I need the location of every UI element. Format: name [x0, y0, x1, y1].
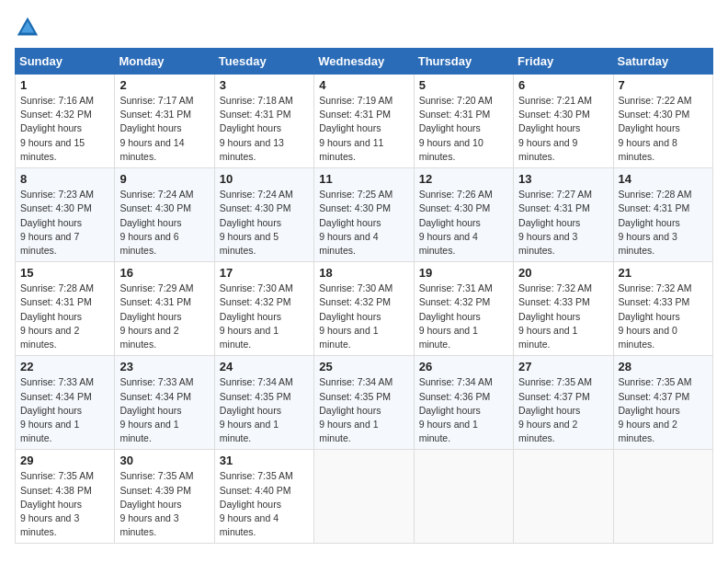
day-info: Sunrise: 7:25 AM Sunset: 4:30 PM Dayligh…	[319, 188, 408, 258]
day-info: Sunrise: 7:18 AM Sunset: 4:31 PM Dayligh…	[220, 94, 309, 164]
calendar-day-cell: 11 Sunrise: 7:25 AM Sunset: 4:30 PM Dayl…	[314, 168, 414, 262]
page-header	[15, 15, 713, 40]
day-number: 9	[119, 172, 209, 186]
day-number: 11	[319, 172, 408, 186]
day-info: Sunrise: 7:27 AM Sunset: 4:31 PM Dayligh…	[518, 188, 608, 258]
calendar-day-cell: 22 Sunrise: 7:33 AM Sunset: 4:34 PM Dayl…	[16, 356, 115, 450]
calendar-day-cell: 24 Sunrise: 7:34 AM Sunset: 4:35 PM Dayl…	[214, 356, 313, 450]
calendar-day-cell: 2 Sunrise: 7:17 AM Sunset: 4:31 PM Dayli…	[115, 75, 214, 168]
day-number: 15	[20, 266, 109, 280]
day-info: Sunrise: 7:32 AM Sunset: 4:33 PM Dayligh…	[619, 282, 708, 351]
day-number: 24	[220, 360, 309, 373]
day-number: 8	[20, 172, 109, 186]
day-info: Sunrise: 7:35 AM Sunset: 4:37 PM Dayligh…	[518, 375, 608, 445]
weekday-header-cell: Tuesday	[214, 49, 313, 75]
day-info: Sunrise: 7:35 AM Sunset: 4:37 PM Dayligh…	[619, 375, 708, 445]
calendar-day-cell	[314, 450, 414, 544]
calendar-day-cell: 7 Sunrise: 7:22 AM Sunset: 4:30 PM Dayli…	[613, 75, 712, 168]
day-number: 10	[220, 172, 309, 186]
day-info: Sunrise: 7:35 AM Sunset: 4:39 PM Dayligh…	[119, 469, 209, 539]
calendar-day-cell: 8 Sunrise: 7:23 AM Sunset: 4:30 PM Dayli…	[16, 168, 115, 262]
day-info: Sunrise: 7:21 AM Sunset: 4:30 PM Dayligh…	[518, 94, 608, 164]
calendar-day-cell: 31 Sunrise: 7:35 AM Sunset: 4:40 PM Dayl…	[214, 450, 313, 544]
weekday-header-cell: Friday	[514, 49, 613, 75]
day-number: 13	[518, 172, 608, 186]
day-info: Sunrise: 7:30 AM Sunset: 4:32 PM Dayligh…	[319, 282, 408, 351]
day-info: Sunrise: 7:23 AM Sunset: 4:30 PM Dayligh…	[20, 188, 109, 258]
day-number: 18	[319, 266, 408, 280]
calendar-week-row: 29 Sunrise: 7:35 AM Sunset: 4:38 PM Dayl…	[16, 450, 713, 544]
day-number: 20	[518, 266, 608, 280]
day-info: Sunrise: 7:26 AM Sunset: 4:30 PM Dayligh…	[419, 188, 508, 258]
calendar-day-cell	[613, 450, 712, 544]
day-number: 17	[220, 266, 309, 280]
day-number: 28	[619, 360, 708, 373]
calendar-day-cell: 25 Sunrise: 7:34 AM Sunset: 4:35 PM Dayl…	[314, 356, 414, 450]
calendar-day-cell: 21 Sunrise: 7:32 AM Sunset: 4:33 PM Dayl…	[613, 262, 712, 356]
calendar-day-cell	[414, 450, 513, 544]
calendar-day-cell: 23 Sunrise: 7:33 AM Sunset: 4:34 PM Dayl…	[115, 356, 214, 450]
day-info: Sunrise: 7:34 AM Sunset: 4:36 PM Dayligh…	[419, 375, 508, 445]
day-number: 21	[619, 266, 708, 280]
day-number: 27	[518, 360, 608, 373]
day-info: Sunrise: 7:34 AM Sunset: 4:35 PM Dayligh…	[319, 375, 408, 445]
weekday-header-cell: Wednesday	[314, 49, 414, 75]
weekday-header-cell: Monday	[115, 49, 214, 75]
day-number: 1	[20, 78, 109, 92]
calendar-day-cell: 20 Sunrise: 7:32 AM Sunset: 4:33 PM Dayl…	[514, 262, 613, 356]
calendar-day-cell: 14 Sunrise: 7:28 AM Sunset: 4:31 PM Dayl…	[613, 168, 712, 262]
day-number: 23	[119, 360, 209, 373]
day-info: Sunrise: 7:19 AM Sunset: 4:31 PM Dayligh…	[319, 94, 408, 164]
day-number: 19	[419, 266, 508, 280]
day-info: Sunrise: 7:20 AM Sunset: 4:31 PM Dayligh…	[419, 94, 508, 164]
calendar-day-cell: 9 Sunrise: 7:24 AM Sunset: 4:30 PM Dayli…	[115, 168, 214, 262]
day-number: 3	[220, 78, 309, 92]
calendar-day-cell: 4 Sunrise: 7:19 AM Sunset: 4:31 PM Dayli…	[314, 75, 414, 168]
day-number: 14	[619, 172, 708, 186]
calendar-day-cell: 17 Sunrise: 7:30 AM Sunset: 4:32 PM Dayl…	[214, 262, 313, 356]
calendar-body: 1 Sunrise: 7:16 AM Sunset: 4:32 PM Dayli…	[16, 75, 713, 544]
day-info: Sunrise: 7:35 AM Sunset: 4:40 PM Dayligh…	[220, 469, 309, 539]
calendar-week-row: 1 Sunrise: 7:16 AM Sunset: 4:32 PM Dayli…	[16, 75, 713, 168]
day-info: Sunrise: 7:22 AM Sunset: 4:30 PM Dayligh…	[619, 94, 708, 164]
calendar-day-cell: 1 Sunrise: 7:16 AM Sunset: 4:32 PM Dayli…	[16, 75, 115, 168]
day-info: Sunrise: 7:32 AM Sunset: 4:33 PM Dayligh…	[518, 282, 608, 351]
day-info: Sunrise: 7:33 AM Sunset: 4:34 PM Dayligh…	[20, 375, 109, 445]
day-number: 26	[419, 360, 508, 373]
calendar-week-row: 8 Sunrise: 7:23 AM Sunset: 4:30 PM Dayli…	[16, 168, 713, 262]
calendar-day-cell: 30 Sunrise: 7:35 AM Sunset: 4:39 PM Dayl…	[115, 450, 214, 544]
day-info: Sunrise: 7:24 AM Sunset: 4:30 PM Dayligh…	[119, 188, 209, 258]
day-info: Sunrise: 7:35 AM Sunset: 4:38 PM Dayligh…	[20, 469, 109, 539]
calendar-day-cell: 26 Sunrise: 7:34 AM Sunset: 4:36 PM Dayl…	[414, 356, 513, 450]
day-number: 6	[518, 78, 608, 92]
calendar-day-cell: 27 Sunrise: 7:35 AM Sunset: 4:37 PM Dayl…	[514, 356, 613, 450]
calendar-week-row: 22 Sunrise: 7:33 AM Sunset: 4:34 PM Dayl…	[16, 356, 713, 450]
logo-icon	[15, 15, 40, 40]
logo	[15, 15, 44, 40]
day-number: 16	[119, 266, 209, 280]
day-info: Sunrise: 7:28 AM Sunset: 4:31 PM Dayligh…	[619, 188, 708, 258]
calendar-day-cell: 28 Sunrise: 7:35 AM Sunset: 4:37 PM Dayl…	[613, 356, 712, 450]
day-number: 2	[119, 78, 209, 92]
weekday-header-cell: Saturday	[613, 49, 712, 75]
calendar-day-cell: 19 Sunrise: 7:31 AM Sunset: 4:32 PM Dayl…	[414, 262, 513, 356]
day-number: 25	[319, 360, 408, 373]
calendar-week-row: 15 Sunrise: 7:28 AM Sunset: 4:31 PM Dayl…	[16, 262, 713, 356]
day-number: 29	[20, 454, 109, 467]
calendar-day-cell: 12 Sunrise: 7:26 AM Sunset: 4:30 PM Dayl…	[414, 168, 513, 262]
day-info: Sunrise: 7:30 AM Sunset: 4:32 PM Dayligh…	[220, 282, 309, 351]
calendar-day-cell: 3 Sunrise: 7:18 AM Sunset: 4:31 PM Dayli…	[214, 75, 313, 168]
calendar-day-cell: 16 Sunrise: 7:29 AM Sunset: 4:31 PM Dayl…	[115, 262, 214, 356]
calendar-day-cell: 15 Sunrise: 7:28 AM Sunset: 4:31 PM Dayl…	[16, 262, 115, 356]
weekday-header-cell: Thursday	[414, 49, 513, 75]
day-number: 12	[419, 172, 508, 186]
day-number: 7	[619, 78, 708, 92]
day-info: Sunrise: 7:24 AM Sunset: 4:30 PM Dayligh…	[220, 188, 309, 258]
day-number: 31	[220, 454, 309, 467]
weekday-header-row: SundayMondayTuesdayWednesdayThursdayFrid…	[16, 49, 713, 75]
calendar-day-cell: 13 Sunrise: 7:27 AM Sunset: 4:31 PM Dayl…	[514, 168, 613, 262]
day-number: 4	[319, 78, 408, 92]
day-info: Sunrise: 7:28 AM Sunset: 4:31 PM Dayligh…	[20, 282, 109, 351]
calendar-day-cell	[514, 450, 613, 544]
calendar-day-cell: 18 Sunrise: 7:30 AM Sunset: 4:32 PM Dayl…	[314, 262, 414, 356]
